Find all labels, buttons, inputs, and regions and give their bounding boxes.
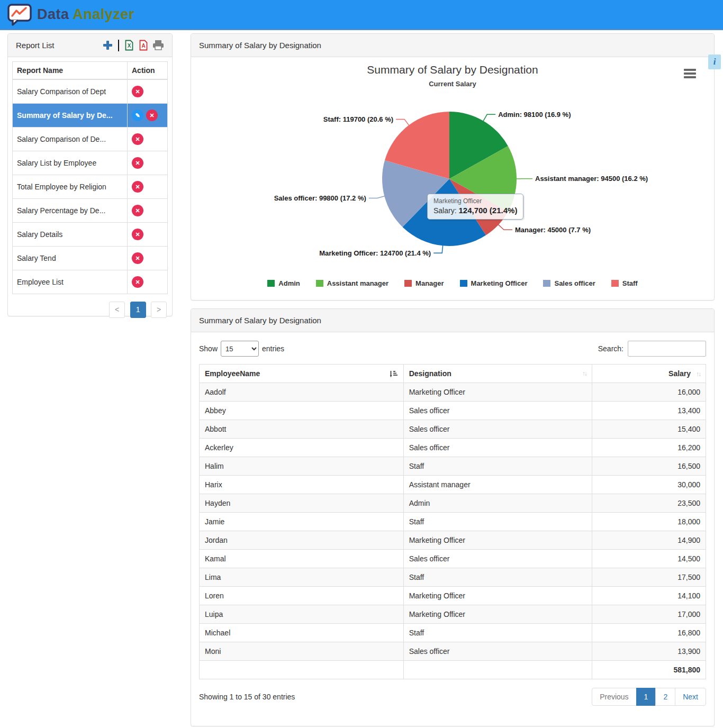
salary-cell: 23,500 — [592, 494, 706, 513]
report-name-cell[interactable]: Salary Comparison of De... — [13, 128, 128, 151]
employee-row[interactable]: LorenMarketing Officer14,100 — [200, 587, 706, 605]
employee-row[interactable]: KamalSales officer14,500 — [200, 550, 706, 568]
delete-report-icon[interactable]: ✕ — [146, 110, 158, 121]
slice-label: Admin: 98100 (16.9 %) — [498, 111, 571, 119]
previous-page-button[interactable]: Previous — [592, 688, 636, 706]
employee-row[interactable]: HalimStaff16,500 — [200, 457, 706, 476]
app-logo[interactable]: DataAnalyzer — [7, 4, 134, 26]
legend-item[interactable]: Assistant manager — [316, 279, 388, 287]
salary-cell: 13,900 — [592, 642, 706, 661]
employee-table-body-wrap: Show 15 entries Search: EmployeeName — [191, 332, 714, 712]
report-name-cell[interactable]: Salary List by Employee — [13, 151, 128, 175]
legend-item[interactable]: Manager — [404, 279, 444, 287]
report-name-cell[interactable]: Total Employee by Religion — [13, 175, 128, 199]
page-size-select[interactable]: 15 — [221, 341, 259, 357]
report-row[interactable]: Salary Comparison of Dept✕ — [13, 79, 168, 104]
employee-row[interactable]: AadolfMarketing Officer16,000 — [200, 383, 706, 402]
report-actions-cell: ✕ — [128, 151, 168, 175]
legend-swatch — [460, 280, 467, 287]
report-row[interactable]: Salary List by Employee✕ — [13, 151, 168, 175]
employee-row[interactable]: JordanMarketing Officer14,900 — [200, 531, 706, 550]
report-actions-cell: ✕ — [128, 247, 168, 270]
designation-column-header[interactable]: Designation ↑↓ — [403, 365, 592, 383]
legend-item[interactable]: Staff — [611, 279, 638, 287]
page-1-button[interactable]: 1 — [636, 688, 656, 706]
report-name-cell[interactable]: Summary of Salary by De... — [13, 104, 128, 128]
info-button[interactable]: i — [708, 54, 721, 69]
salary-cell: 15,400 — [592, 420, 706, 439]
legend-item[interactable]: Marketing Officer — [460, 279, 528, 287]
export-excel-icon[interactable]: X — [124, 40, 134, 51]
employee-row[interactable]: AbbeySales officer13,400 — [200, 402, 706, 420]
report-page-1-button[interactable]: 1 — [130, 302, 146, 318]
employee-row[interactable]: LimaStaff17,500 — [200, 568, 706, 587]
employeename-column-header[interactable]: EmployeeName — [200, 365, 404, 383]
employee-table-header-row: EmployeeName Designation ↑↓ Salary ↑↓ — [200, 365, 706, 383]
delete-report-icon[interactable]: ✕ — [132, 181, 143, 193]
report-row[interactable]: Summary of Salary by De...✎✕ — [13, 104, 168, 128]
chart-body: Admin: 98100 (16.9 %)Assistant manager: … — [191, 57, 714, 300]
employee-name-cell: Michael — [200, 624, 404, 642]
print-icon[interactable] — [152, 40, 164, 51]
employee-name-cell: Ackerley — [200, 439, 404, 457]
employee-name-cell: Harix — [200, 476, 404, 494]
designation-cell: Marketing Officer — [403, 587, 592, 605]
delete-report-icon[interactable]: ✕ — [132, 276, 143, 288]
report-name-cell[interactable]: Employee List — [13, 270, 128, 294]
employee-row[interactable]: HaydenAdmin23,500 — [200, 494, 706, 513]
salary-cell: 14,500 — [592, 550, 706, 568]
employee-row[interactable]: MoniSales officer13,900 — [200, 642, 706, 661]
report-actions-cell: ✕ — [128, 199, 168, 223]
next-page-button[interactable]: Next — [675, 688, 706, 706]
salary-cell: 16,500 — [592, 457, 706, 476]
datatable-footer: Showing 1 to 15 of 30 entries Previous 1… — [199, 688, 706, 706]
chart-menu-icon[interactable] — [684, 69, 696, 80]
employee-row[interactable]: LuipaMarketing Officer17,000 — [200, 605, 706, 624]
report-name-cell[interactable]: Salary Percentage by De... — [13, 199, 128, 223]
search-control: Search: — [598, 341, 706, 357]
edit-report-icon[interactable]: ✎ — [132, 110, 143, 121]
report-name-cell[interactable]: Salary Comparison of Dept — [13, 79, 128, 104]
employee-row[interactable]: JamieStaff18,000 — [200, 513, 706, 531]
report-name-column-header[interactable]: Report Name — [13, 62, 128, 80]
employee-row[interactable]: AckerleySales officer16,200 — [200, 439, 706, 457]
report-name-cell[interactable]: Salary Tend — [13, 247, 128, 270]
salary-cell: 30,000 — [592, 476, 706, 494]
add-report-icon[interactable] — [102, 40, 113, 51]
delete-report-icon[interactable]: ✕ — [132, 252, 143, 264]
report-row[interactable]: Salary Percentage by De...✕ — [13, 199, 168, 223]
legend-item[interactable]: Admin — [267, 279, 300, 287]
employee-row[interactable]: HarixAssistant manager30,000 — [200, 476, 706, 494]
tooltip-series-name: Marketing Officer — [433, 197, 517, 205]
employee-row[interactable]: MichaelStaff16,800 — [200, 624, 706, 642]
employee-name-cell: Abbey — [200, 402, 404, 420]
total-salary-cell: 581,800 — [592, 661, 706, 679]
report-next-page-button[interactable]: > — [151, 302, 167, 318]
delete-report-icon[interactable]: ✕ — [132, 157, 143, 169]
salary-cell: 17,000 — [592, 605, 706, 624]
report-prev-page-button[interactable]: < — [109, 302, 125, 318]
page-2-button[interactable]: 2 — [655, 688, 675, 706]
employee-name-cell: Jordan — [200, 531, 404, 550]
slice-connector — [396, 119, 409, 125]
employee-name-cell: Moni — [200, 642, 404, 661]
report-row[interactable]: Salary Comparison of De...✕ — [13, 128, 168, 151]
report-row[interactable]: Employee List✕ — [13, 270, 168, 294]
delete-report-icon[interactable]: ✕ — [132, 133, 143, 145]
delete-report-icon[interactable]: ✕ — [132, 229, 143, 240]
report-name-cell[interactable]: Salary Details — [13, 223, 128, 247]
slice-connector — [498, 224, 512, 230]
salary-column-header[interactable]: Salary ↑↓ — [592, 365, 706, 383]
delete-report-icon[interactable]: ✕ — [132, 205, 143, 216]
search-input[interactable] — [628, 341, 706, 357]
delete-report-icon[interactable]: ✕ — [132, 86, 143, 97]
legend-item[interactable]: Sales officer — [543, 279, 595, 287]
export-pdf-icon[interactable]: A — [138, 40, 149, 51]
report-list-pagination: < 1 > — [12, 294, 168, 320]
report-row[interactable]: Total Employee by Religion✕ — [13, 175, 168, 199]
datatable-controls: Show 15 entries Search: — [199, 341, 706, 357]
report-row[interactable]: Salary Tend✕ — [13, 247, 168, 270]
report-row[interactable]: Salary Details✕ — [13, 223, 168, 247]
employee-row[interactable]: AbbottSales officer15,400 — [200, 420, 706, 439]
chart-panel-header: Summary of Salary by Designation — [191, 34, 714, 57]
